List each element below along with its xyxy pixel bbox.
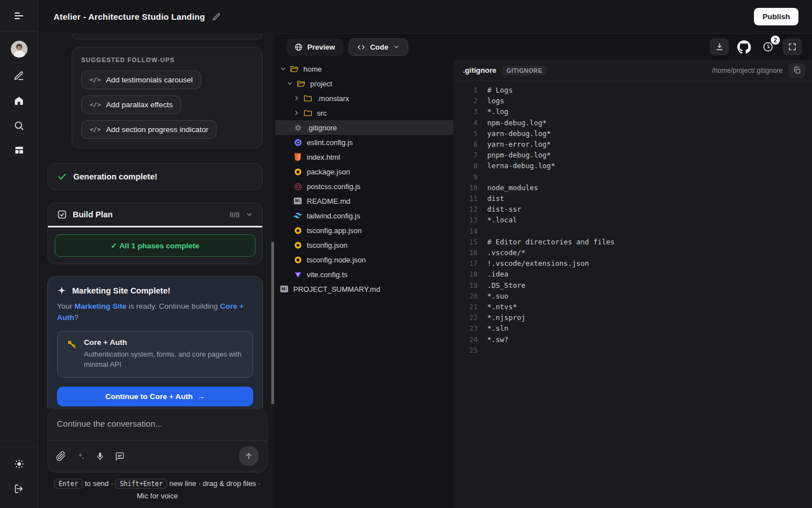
line-number: 6: [462, 139, 478, 150]
line-content: .DS_Store: [487, 280, 526, 291]
generation-complete-text: Generation complete!: [73, 172, 157, 181]
tree-item-label: README.md: [307, 197, 350, 205]
tree-item-.gitignore[interactable]: .gitignore: [275, 120, 453, 135]
tab-code[interactable]: Code: [348, 38, 408, 56]
tree-item-tsconfig.json[interactable]: tsconfig.json: [275, 238, 453, 252]
followup-button-progress-indicator[interactable]: </> Add section progress indicator: [81, 120, 217, 139]
file-tree: homeproject.monstarxsrc.gitignoreeslint.…: [275, 60, 454, 508]
line-content: yarn-debug.log*: [487, 128, 551, 139]
code-line-24: 24*.sw?: [462, 334, 812, 345]
tree-item-tsconfig.node.json[interactable]: tsconfig.node.json: [275, 252, 453, 267]
icon-sidebar: [0, 0, 38, 508]
code-icon: </>: [90, 101, 101, 108]
eslint-icon: [293, 138, 302, 147]
home-button[interactable]: [8, 89, 30, 112]
new-chat-button[interactable]: [8, 64, 30, 87]
publish-button[interactable]: Publish: [754, 8, 798, 25]
workspace-panel: Preview Code: [275, 34, 812, 508]
sun-icon: [14, 459, 24, 469]
logout-button[interactable]: [8, 478, 30, 500]
tree-item-label: vite.config.ts: [307, 270, 347, 279]
tree-item-src[interactable]: src: [275, 106, 453, 120]
tree-item-label: PROJECT_SUMMARY.md: [293, 285, 380, 294]
line-number: 17: [462, 258, 478, 269]
search-button[interactable]: [8, 114, 30, 137]
microphone-button[interactable]: [95, 452, 105, 461]
line-number: 23: [462, 323, 478, 334]
previous-message-card: [72, 34, 263, 40]
tab-preview[interactable]: Preview: [286, 38, 343, 56]
line-content: *.suo: [487, 291, 509, 301]
line-content: .idea: [487, 269, 509, 279]
chat-input[interactable]: [48, 409, 267, 440]
collapse-sidebar-button[interactable]: [8, 5, 30, 27]
tree-item-.monstarx[interactable]: .monstarx: [275, 91, 453, 106]
code-content[interactable]: 1# Logs2logs3*.log4npm-debug.log*5yarn-d…: [454, 81, 812, 508]
github-button[interactable]: [734, 38, 753, 55]
continue-to-core-auth-button[interactable]: Continue to Core + Auth →: [57, 387, 253, 406]
copy-button[interactable]: [788, 63, 805, 78]
tree-item-PROJECT_SUMMARY.md[interactable]: M↓PROJECT_SUMMARY.md: [275, 282, 453, 296]
suggested-followups-card: SUGGESTED FOLLOW-UPS </> Add testimonial…: [72, 47, 263, 148]
tree-item-package.json[interactable]: package.json: [275, 164, 453, 179]
user-avatar[interactable]: [11, 41, 28, 58]
marketing-site-link[interactable]: Marketing Site: [74, 302, 126, 310]
followup-button-parallax[interactable]: </> Add parallax effects: [81, 95, 181, 114]
tree-item-postcss.config.js[interactable]: postcss.config.js: [275, 179, 453, 194]
line-content: *.ntvs*: [487, 301, 517, 312]
line-content: *.sw?: [487, 334, 509, 345]
build-plan-header[interactable]: Build Plan 8/8: [48, 203, 262, 226]
tree-item-README.md[interactable]: M↓README.md: [275, 194, 453, 208]
fullscreen-button[interactable]: [783, 38, 802, 55]
tree-item-project[interactable]: project: [275, 76, 453, 91]
code-line-13: 13*.local: [462, 214, 812, 225]
theme-toggle-button[interactable]: [8, 453, 30, 475]
enhance-prompt-button[interactable]: [76, 452, 85, 461]
top-bar: Atelier - Architecture Studio Landing Pu…: [38, 0, 812, 34]
line-number: 19: [462, 280, 478, 291]
tree-item-eslint.config.js[interactable]: eslint.config.js: [275, 135, 453, 150]
chat-scrollbar[interactable]: [271, 242, 274, 404]
tree-item-label: home: [303, 65, 322, 73]
line-number: 3: [462, 106, 478, 117]
line-number: 15: [462, 237, 478, 247]
send-button[interactable]: [239, 446, 259, 466]
next-phase-card[interactable]: Core + Auth Authentication system, forms…: [57, 331, 253, 378]
attach-file-button[interactable]: [56, 451, 66, 461]
tree-item-tsconfig.app.json[interactable]: tsconfig.app.json: [275, 223, 453, 238]
code-line-3: 3*.log: [462, 106, 812, 117]
chevron-right-icon: [293, 110, 300, 116]
search-icon: [14, 120, 24, 131]
next-phase-description: Authentication system, forms, and core p…: [84, 349, 244, 371]
feedback-button[interactable]: [115, 452, 125, 461]
line-content: npm-debug.log*: [487, 117, 546, 128]
download-button[interactable]: [710, 38, 729, 55]
tree-item-vite.config.ts[interactable]: vite.config.ts: [275, 267, 453, 282]
line-content: # Logs: [487, 85, 513, 95]
code-line-7: 7pnpm-debug.log*: [462, 150, 812, 160]
chevron-down-icon: [280, 65, 286, 72]
chat-scroll-area[interactable]: SUGGESTED FOLLOW-UPS </> Add testimonial…: [38, 34, 275, 409]
edit-title-button[interactable]: [212, 12, 221, 21]
tree-item-home[interactable]: home: [275, 62, 453, 76]
microphone-icon: [95, 452, 105, 461]
line-number: 20: [462, 291, 478, 301]
tree-item-label: index.html: [307, 153, 340, 161]
key-icon: [67, 338, 77, 351]
history-button[interactable]: 2: [758, 38, 778, 55]
line-content: *.local: [487, 214, 517, 225]
followup-button-testimonials[interactable]: </> Add testimonials carousel: [81, 71, 201, 89]
line-content: lerna-debug.log*: [487, 160, 555, 171]
projects-button[interactable]: [8, 139, 30, 161]
editor-header: .gitignore GITIGNORE /home/project/.giti…: [454, 60, 812, 81]
tree-item-index.html[interactable]: index.html: [275, 150, 453, 164]
tree-item-label: tsconfig.json: [307, 241, 347, 249]
line-content: logs: [487, 95, 504, 106]
line-content: !.vscode/extensions.json: [487, 258, 589, 269]
folder-icon: [303, 94, 312, 103]
github-icon: [737, 40, 751, 54]
tree-item-tailwind.config.js[interactable]: tailwind.config.js: [275, 208, 453, 223]
line-number: 10: [462, 182, 478, 193]
code-line-20: 20*.suo: [462, 291, 812, 301]
code-line-2: 2logs: [462, 95, 812, 106]
